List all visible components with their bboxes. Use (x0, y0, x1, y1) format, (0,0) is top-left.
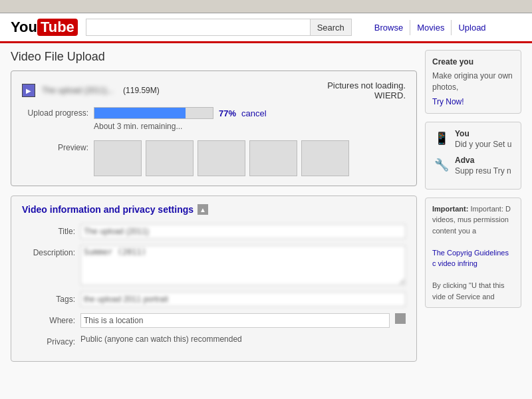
tags-input[interactable] (80, 292, 406, 307)
promo-text-2: Adva Supp resu Try n (455, 156, 511, 176)
where-input[interactable] (80, 313, 390, 328)
privacy-row: Privacy: Public (anyone can watch this) … (22, 334, 406, 346)
progress-bar-fill (94, 108, 186, 118)
title-row: Title: (22, 224, 406, 239)
upload-box: ▶ The upload (2011)... (119.59M) Picture… (11, 70, 417, 186)
yt-header: YouTube Search Browse Movies Upload (0, 13, 532, 43)
promo-row-1: 📱 You Did y your Set u (432, 129, 514, 149)
preview-thumb-5 (301, 140, 349, 176)
nav-browse[interactable]: Browse (368, 20, 410, 35)
progress-percent: 77% (219, 108, 236, 118)
privacy-value: Public (anyone can watch this) recommend… (80, 334, 242, 344)
privacy-label: Privacy: (22, 334, 75, 346)
nav-upload[interactable]: Upload (451, 20, 492, 35)
preview-row: Preview: (22, 140, 406, 176)
yt-logo: YouTube (11, 19, 78, 36)
promo-icon-1: 📱 (432, 129, 451, 148)
page-title: Video File Upload (11, 50, 417, 64)
nav-movies[interactable]: Movies (410, 20, 451, 35)
description-textarea[interactable]: Summer (2011) (80, 245, 406, 285)
file-size: (119.59M) (123, 86, 160, 95)
tags-label: Tags: (22, 292, 75, 304)
video-info-header: Video information and privacy settings ▲ (22, 204, 406, 215)
preview-thumbs (94, 140, 349, 176)
location-icon (395, 313, 406, 324)
preview-thumb-3 (198, 140, 245, 176)
sidebar-create-title: Create you (432, 57, 514, 66)
clicking-text: By clicking "U that this vide of Service… (432, 281, 504, 301)
copyright-link[interactable]: The Copyrig Guidelines c video infring (432, 249, 509, 268)
preview-thumb-4 (249, 140, 297, 176)
browser-bar (0, 0, 532, 13)
main-nav: Browse Movies Upload (368, 20, 493, 35)
collapse-icon[interactable]: ▲ (198, 204, 208, 215)
promo-icon-2: 🔧 (432, 156, 451, 174)
title-label: Title: (22, 224, 75, 236)
try-now-link[interactable]: Try Now! (432, 97, 464, 106)
right-sidebar: Create you Make origina your own photos,… (425, 50, 521, 362)
description-row: Description: Summer (2011) (22, 245, 406, 285)
progress-label: Upload progress: (22, 108, 88, 118)
left-content: Video File Upload ▶ The upload (2011)...… (11, 50, 417, 362)
preview-label: Preview: (22, 140, 88, 152)
preview-thumb-1 (94, 140, 142, 176)
search-form: Search (86, 19, 352, 36)
sidebar-promos-box: 📱 You Did y your Set u 🔧 Adva Supp resu … (425, 122, 521, 190)
title-input[interactable] (80, 224, 406, 239)
logo-you: You (11, 20, 37, 35)
sidebar-important-box: Important: Important: D videos, mus perm… (425, 198, 521, 309)
preview-thumb-2 (146, 140, 194, 176)
progress-bar-container (94, 107, 213, 119)
description-label: Description: (22, 245, 75, 257)
where-label: Where: (22, 313, 75, 325)
logo-tube: Tube (37, 19, 78, 36)
where-row: Where: (22, 313, 406, 328)
important-title: Important: (432, 205, 470, 213)
sidebar-create-box: Create you Make origina your own photos,… (425, 50, 521, 114)
file-icon: ▶ (22, 84, 35, 97)
promo-row-2: 🔧 Adva Supp resu Try n (432, 156, 514, 176)
promo-text-1: You Did y your Set u (455, 129, 511, 149)
cancel-link[interactable]: cancel (241, 108, 267, 118)
upload-progress-row: Upload progress: 77% cancel (22, 107, 406, 119)
time-remaining: About 3 min. remaining... (94, 122, 406, 131)
upload-file-row: ▶ The upload (2011)... (119.59M) Picture… (22, 80, 406, 100)
pictures-not-loading: Pictures not loading. WIERD. (327, 80, 406, 100)
section-title-label: Video information and privacy settings (22, 204, 194, 215)
video-info-section: Video information and privacy settings ▲… (11, 196, 417, 362)
sidebar-create-text: Make origina your own photos, (432, 70, 514, 93)
main-content: Video File Upload ▶ The upload (2011)...… (0, 43, 532, 368)
tags-row: Tags: (22, 292, 406, 307)
file-name: The upload (2011)... (42, 86, 114, 95)
search-input[interactable] (86, 19, 310, 36)
search-button[interactable]: Search (310, 19, 352, 36)
